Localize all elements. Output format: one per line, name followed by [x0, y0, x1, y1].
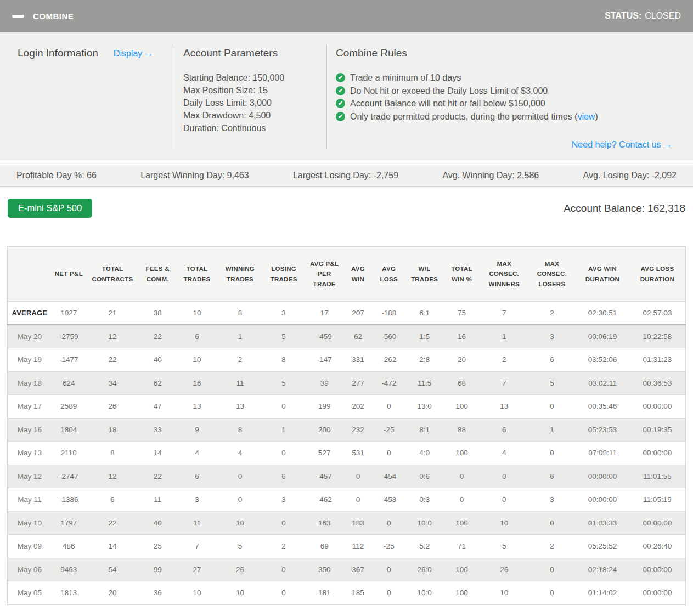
table-cell: -458 — [372, 488, 405, 512]
table-cell: 0 — [218, 488, 263, 512]
table-cell: 0 — [218, 465, 263, 488]
table-cell: 6 — [528, 348, 576, 372]
status-indicator: STATUS:CLOSED — [605, 11, 681, 21]
table-cell: 1 — [218, 325, 263, 348]
table-cell: 26 — [86, 395, 139, 419]
column-header: AVG WIN DURATION — [576, 247, 629, 302]
table-cell: 8 — [86, 442, 139, 465]
parameter-item: Max Drawdown: 4,500 — [183, 109, 318, 122]
rule-text-after: ) — [595, 112, 598, 121]
table-cell: 5 — [262, 371, 305, 395]
parameter-item: Max Position Size: 15 — [183, 84, 318, 97]
display-link[interactable]: Display → — [114, 49, 154, 59]
table-cell: 47 — [139, 395, 176, 419]
table-cell: 10 — [176, 302, 217, 325]
row-label: May 05 — [8, 581, 52, 605]
contact-us-link[interactable]: Need help? Contact us → — [572, 140, 672, 149]
table-cell: 14 — [139, 442, 176, 465]
table-cell: 0 — [262, 558, 305, 581]
table-cell: 00:00:00 — [629, 558, 686, 581]
table-row: May 1862434621611539277-47211:5687503:02… — [8, 371, 686, 395]
row-label: May 19 — [8, 348, 52, 372]
table-cell: 11:5 — [405, 371, 443, 395]
table-cell: 13:0 — [405, 395, 443, 419]
column-header: FEES & COMM. — [139, 247, 176, 302]
table-cell: 0 — [372, 511, 405, 535]
table-cell: 27 — [176, 558, 217, 581]
table-cell: 62 — [139, 371, 176, 395]
table-cell: 112 — [343, 535, 372, 558]
table-cell: 62 — [343, 325, 372, 348]
table-cell: 2:8 — [405, 348, 443, 372]
table-cell: 17 — [305, 302, 343, 325]
check-circle-icon: ✔ — [336, 99, 345, 108]
table-cell: 99 — [139, 558, 176, 581]
column-header: NET P&L — [52, 247, 86, 302]
table-cell: 531 — [343, 442, 372, 465]
table-cell: 1 — [480, 325, 528, 348]
table-cell: 22 — [139, 325, 176, 348]
table-row: May 13211081444052753104:01004007:08:110… — [8, 442, 686, 465]
table-cell: 38 — [139, 302, 176, 325]
table-cell: 8 — [262, 348, 305, 372]
table-cell: -1386 — [52, 488, 86, 512]
row-label: May 13 — [8, 442, 52, 465]
stat-avg-winning-day: Avg. Winning Day: 2,586 — [442, 171, 539, 180]
table-cell: 21 — [86, 302, 139, 325]
table-cell: 6 — [528, 465, 576, 488]
table-cell: 6 — [262, 465, 305, 488]
table-cell: 207 — [343, 302, 372, 325]
table-cell: 40 — [139, 348, 176, 372]
column-header: LOSING TRADES — [262, 247, 305, 302]
product-button[interactable]: E-mini S&P 500 — [8, 199, 92, 218]
table-cell: 40 — [139, 511, 176, 535]
table-cell: 8:1 — [405, 418, 443, 442]
table-cell: 75 — [443, 302, 480, 325]
table-cell: 183 — [343, 511, 372, 535]
table-cell: 69 — [305, 535, 343, 558]
minimize-icon[interactable] — [12, 15, 24, 18]
table-cell: 00:36:53 — [629, 371, 686, 395]
table-cell: -457 — [305, 465, 343, 488]
table-cell: 6:1 — [405, 302, 443, 325]
table-cell: 7 — [480, 371, 528, 395]
row-label: May 11 — [8, 488, 52, 512]
table-cell: 1 — [528, 418, 576, 442]
table-cell: 25 — [139, 535, 176, 558]
table-cell: 0 — [372, 581, 405, 605]
column-header: WINNING TRADES — [218, 247, 263, 302]
table-cell: -454 — [372, 465, 405, 488]
rule-item: ✔ Account Balance will not hit or fall b… — [336, 97, 675, 110]
table-row: May 12-27471222606-4570-4540:600600:00:0… — [8, 465, 686, 488]
table-cell: 100 — [443, 511, 480, 535]
table-cell: 10 — [480, 511, 528, 535]
table-cell: 4:0 — [405, 442, 443, 465]
table-cell: 486 — [52, 535, 86, 558]
table-cell: 0 — [343, 488, 372, 512]
table-cell: 14 — [86, 535, 139, 558]
column-header: TOTAL CONTRACTS — [86, 247, 139, 302]
table-cell: 277 — [343, 371, 372, 395]
table-cell: 199 — [305, 395, 343, 419]
stats-table-head-row: NET P&LTOTAL CONTRACTSFEES & COMM.TOTAL … — [8, 247, 686, 302]
login-information-title: Login Information — [18, 47, 98, 59]
table-cell: 11:05:19 — [629, 488, 686, 512]
rule-item: ✔ Trade a minimum of 10 days — [336, 71, 675, 84]
rule-item: ✔ Only trade permitted products, during … — [336, 110, 675, 123]
stat-profitable-day-pct: Profitable Day %: 66 — [16, 171, 97, 180]
check-circle-icon: ✔ — [336, 73, 345, 82]
stat-avg-losing-day: Avg. Losing Day: -2,092 — [583, 171, 677, 180]
rule-text-before: Only trade permitted products, during th… — [350, 112, 577, 121]
table-row: AVERAGE10272138108317207-1886:1757202:30… — [8, 302, 686, 325]
account-parameters-title: Account Parameters — [183, 47, 318, 59]
product-row: E-mini S&P 500 Account Balance: 162,318 — [8, 199, 685, 218]
view-link[interactable]: view — [577, 112, 595, 121]
table-cell: 00:00:00 — [576, 488, 629, 512]
column-header: MAX CONSEC. LOSERS — [528, 247, 576, 302]
table-cell: 3 — [528, 325, 576, 348]
table-cell: 331 — [343, 348, 372, 372]
info-panel: Login Information Display → Account Para… — [0, 32, 693, 160]
table-cell: 26:0 — [405, 558, 443, 581]
table-cell: -25 — [372, 535, 405, 558]
column-header: AVG WIN — [343, 247, 372, 302]
